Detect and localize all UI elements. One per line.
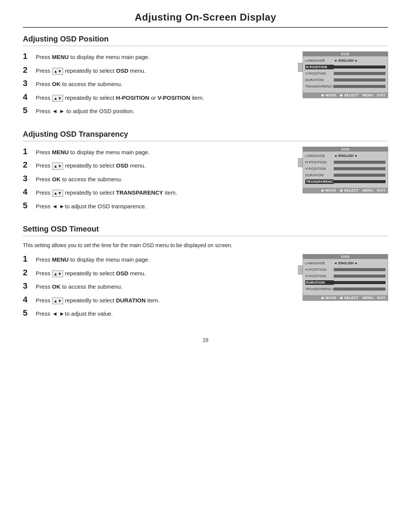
osd-footer-item: ◆ MOVE <box>321 93 336 97</box>
osd-footer-item: MENU <box>362 189 373 192</box>
osd-bar <box>334 66 386 69</box>
section-divider <box>23 141 388 141</box>
title-divider <box>23 27 388 28</box>
step-text: Press OK to access the submenu. <box>36 175 289 184</box>
osd-bar <box>334 85 386 88</box>
section-content: 1Press MENU to display the menu main pag… <box>23 147 388 214</box>
step: 4Press ▲▼ repeatedly to select H-POSITIO… <box>23 92 289 102</box>
step-number: 2 <box>23 160 33 170</box>
osd-row-label: V-POSITION <box>305 72 334 75</box>
section-osd-position: Adjusting OSD Position1Press MENU to dis… <box>23 35 388 119</box>
step-number: 3 <box>23 281 33 291</box>
osd-bar <box>334 281 386 284</box>
step-number: 4 <box>23 295 33 305</box>
osd-bar <box>334 268 386 271</box>
osd-row: TRANSPARENCY <box>305 286 386 292</box>
osd-bar-area: ◄ ENGLISH ► <box>334 261 386 265</box>
osd-footer-item: ◆ MOVE <box>321 189 336 192</box>
osd-panel: OSDLANGUAGE◄ ENGLISH ►H-POSITIONV-POSITI… <box>303 147 388 193</box>
steps-column: 1Press MENU to display the menu main pag… <box>23 254 289 322</box>
step-text: Press MENU to display the menu main page… <box>36 53 289 62</box>
section-divider <box>23 236 388 236</box>
osd-bar <box>334 174 386 177</box>
step-text: Press ▲▼ repeatedly to select OSD menu. <box>36 67 289 75</box>
osd-footer: ◆ MOVE◆ SELECTMENUEXIT <box>303 93 388 98</box>
step-number: 4 <box>23 187 33 197</box>
step-text: Press MENU to display the menu main page… <box>36 148 289 157</box>
osd-bar-area: ◄ ENGLISH ► <box>334 59 386 62</box>
osd-footer-item: EXIT <box>377 93 386 97</box>
osd-row-label: TRANSPARENCY <box>305 179 334 184</box>
step-text: Press ▲▼ repeatedly to select OSD menu. <box>36 161 289 170</box>
step-number: 2 <box>23 65 33 75</box>
osd-lang-area: ◄ ENGLISH ► <box>334 261 358 265</box>
osd-lang-area: ◄ ENGLISH ► <box>334 59 358 62</box>
step-text: Press OK to access the submenu. <box>36 80 289 89</box>
step-number: 5 <box>23 105 33 115</box>
osd-row: LANGUAGE◄ ENGLISH ► <box>305 260 386 266</box>
osd-row: V-POSITION <box>305 273 386 279</box>
step: 5Press ◄ ►to adjust the OSD transparence… <box>23 201 289 211</box>
step: 2Press ▲▼ repeatedly to select OSD menu. <box>23 65 289 75</box>
osd-row-label: H-POSITION <box>305 268 334 272</box>
osd-row-label: TRANSPARENCY <box>305 85 334 88</box>
section-content: 1Press MENU to display the menu main pag… <box>23 254 388 322</box>
step-text: Press ◄ ►to adjust the value. <box>36 310 289 318</box>
osd-bar-area <box>334 78 386 81</box>
osd-bar <box>334 275 386 278</box>
osd-panel: OSDLANGUAGE◄ ENGLISH ►H-POSITIONV-POSITI… <box>303 51 388 98</box>
step-number: 1 <box>23 254 33 264</box>
step-number: 5 <box>23 308 33 318</box>
osd-row-label: V-POSITION <box>305 167 334 171</box>
osd-row-label: H-POSITION <box>305 160 334 164</box>
page-title: Adjusting On-Screen Display <box>23 11 388 23</box>
osd-title-bar: OSD <box>303 52 388 56</box>
step: 5Press ◄ ►to adjust the value. <box>23 308 289 318</box>
osd-row: H-POSITION <box>305 64 386 70</box>
osd-bar-area <box>334 180 386 183</box>
osd-footer-item: ◆ SELECT <box>340 93 358 97</box>
section-osd-transparency: Adjusting OSD Transparency1Press MENU to… <box>23 130 388 214</box>
osd-footer-item: ◆ SELECT <box>340 296 358 300</box>
osd-bar <box>334 288 386 291</box>
step-number: 1 <box>23 51 33 61</box>
osd-row: LANGUAGE◄ ENGLISH ► <box>305 58 386 63</box>
step-text: Press ▲▼ repeatedly to select DURATION i… <box>36 296 289 305</box>
step: 1Press MENU to display the menu main pag… <box>23 147 289 157</box>
osd-bar-area <box>334 161 386 164</box>
step-text: Press ◄ ► to adjust the OSD position. <box>36 107 289 116</box>
osd-row-label: TRANSPARENCY <box>305 287 334 291</box>
osd-row: H-POSITION <box>305 267 386 272</box>
osd-panel-wrapper: OSDLANGUAGE◄ ENGLISH ►H-POSITIONV-POSITI… <box>303 254 388 301</box>
step-number: 5 <box>23 201 33 211</box>
osd-footer-item: ◆ MOVE <box>321 296 336 300</box>
step: 4Press ▲▼ repeatedly to select TRANSPARE… <box>23 187 289 197</box>
step: 1Press MENU to display the menu main pag… <box>23 254 289 264</box>
step: 3Press OK to access the submenu. <box>23 78 289 89</box>
step-number: 3 <box>23 78 33 88</box>
step-number: 1 <box>23 147 33 157</box>
section-description: This setting allows you to set the time … <box>23 241 388 249</box>
osd-left-tab <box>298 265 303 275</box>
osd-rows: LANGUAGE◄ ENGLISH ►H-POSITIONV-POSITIOND… <box>303 56 388 91</box>
osd-footer-item: MENU <box>362 296 373 300</box>
osd-footer: ◆ MOVE◆ SELECTMENUEXIT <box>303 295 388 300</box>
osd-bar-area <box>334 174 386 177</box>
step-text: Press ◄ ►to adjust the OSD transparence. <box>36 202 289 211</box>
osd-panel-column: OSDLANGUAGE◄ ENGLISH ►H-POSITIONV-POSITI… <box>301 51 388 119</box>
section-osd-timeout: Setting OSD TimeoutThis setting allows y… <box>23 225 388 322</box>
osd-bar-area <box>334 72 386 75</box>
osd-bar-area: ◄ ENGLISH ► <box>334 154 386 158</box>
section-divider <box>23 46 388 46</box>
osd-row: LANGUAGE◄ ENGLISH ► <box>305 153 386 158</box>
steps-column: 1Press MENU to display the menu main pag… <box>23 147 289 214</box>
osd-rows: LANGUAGE◄ ENGLISH ►H-POSITIONV-POSITIOND… <box>303 259 388 294</box>
osd-title-bar: OSD <box>303 254 388 259</box>
osd-left-tab <box>298 158 303 167</box>
osd-row: TRANSPARENCY <box>305 84 386 89</box>
osd-bar <box>334 161 386 164</box>
step-text: Press ▲▼ repeatedly to select H-POSITION… <box>36 94 289 102</box>
osd-panel-column: OSDLANGUAGE◄ ENGLISH ►H-POSITIONV-POSITI… <box>301 254 388 322</box>
osd-bar-area <box>334 288 386 291</box>
page-number: 28 <box>23 337 388 343</box>
